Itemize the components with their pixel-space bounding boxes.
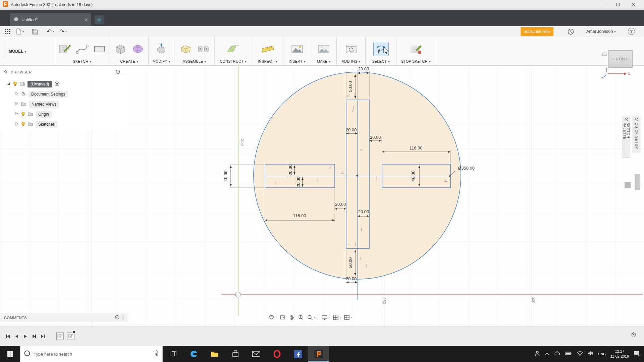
taskbar-clock[interactable]: 12:2711-02-2019 [610, 349, 629, 359]
panel-minimize-icon[interactable] [115, 315, 119, 320]
browser-item-document-settings[interactable]: Document Settings [0, 89, 127, 99]
mail-icon[interactable] [246, 346, 267, 362]
dimension-label[interactable]: 20.00 [288, 165, 293, 176]
press-pull-icon[interactable] [154, 42, 169, 56]
rectangle-tool-icon[interactable] [92, 42, 107, 56]
origin-point[interactable] [235, 292, 241, 297]
timeline-settings-gear-icon[interactable] [631, 331, 637, 339]
maximize-button[interactable] [610, 0, 626, 9]
viewcube[interactable]: FRONT X Z [602, 50, 634, 80]
save-button[interactable] [32, 28, 38, 35]
zoom-window-icon[interactable] [307, 314, 315, 320]
panel-minimize-icon[interactable] [116, 70, 120, 75]
onedrive-cloud-icon[interactable] [554, 351, 560, 357]
dimension-label[interactable]: 116.00 [410, 145, 423, 150]
panel-grip[interactable] [122, 315, 123, 320]
help-button[interactable] [628, 28, 635, 35]
dimension-label[interactable]: 20.00 [346, 276, 357, 281]
make-menu[interactable]: MAKE [317, 59, 331, 63]
pan-hand-icon[interactable] [289, 314, 295, 320]
dimension-label[interactable]: 50.00 [348, 257, 353, 268]
toolbar-grip[interactable] [4, 45, 5, 58]
dimension-label[interactable]: 50.00 [348, 81, 353, 92]
battery-icon[interactable] [565, 351, 572, 357]
timeline-step-back-button[interactable] [12, 332, 21, 341]
select-menu[interactable]: SELECT [372, 59, 390, 63]
addins-menu[interactable]: ADD-INS [342, 59, 360, 63]
timeline-sketch-item[interactable] [56, 333, 64, 340]
opera-browser-icon[interactable] [267, 346, 287, 362]
edge-browser-icon[interactable] [183, 346, 204, 362]
timeline-skip-end-button[interactable] [38, 332, 47, 341]
wifi-icon[interactable] [577, 351, 583, 357]
timeline-sketch-item[interactable] [67, 333, 74, 340]
diameter-dimension-label[interactable]: Ø350.00 [458, 166, 475, 171]
box-tool-icon[interactable] [113, 42, 128, 56]
make-tool-icon[interactable] [316, 42, 331, 56]
modify-menu[interactable]: MODIFY [153, 59, 170, 63]
browser-item-sketches[interactable]: Sketches [0, 119, 127, 129]
new-component-icon[interactable] [178, 42, 194, 56]
search-input[interactable] [34, 352, 151, 357]
sketch-menu[interactable]: SKETCH [73, 59, 91, 63]
dimension-label[interactable]: 116.00 [293, 213, 306, 218]
timeline-skip-start-button[interactable] [3, 332, 12, 341]
viewports-icon[interactable] [344, 314, 352, 320]
facebook-icon[interactable] [287, 346, 308, 362]
panel-resize-handle[interactable] [625, 182, 631, 188]
form-tool-icon[interactable] [130, 42, 146, 56]
stop-sketch-button[interactable]: STOP SKETCH [401, 59, 430, 63]
job-status-clock-icon[interactable] [568, 28, 574, 36]
browser-item-origin[interactable]: Origin [0, 109, 127, 119]
browser-root-row[interactable]: (Unsaved) [0, 79, 127, 89]
grid-settings-icon[interactable] [333, 314, 341, 320]
circle-center-point[interactable] [356, 175, 358, 176]
viewcube-front-face[interactable]: FRONT [608, 50, 633, 68]
insert-menu[interactable]: INSERT [288, 59, 305, 63]
collapse-panel-icon[interactable] [3, 70, 8, 74]
scrollbar-thumb[interactable] [635, 174, 640, 190]
activate-radio-icon[interactable] [55, 81, 59, 87]
hidden-icons-chevron[interactable] [545, 351, 549, 357]
display-settings-icon[interactable] [321, 314, 330, 320]
timeline-step-forward-button[interactable] [30, 332, 38, 341]
expand-caret-icon[interactable] [15, 92, 18, 97]
language-indicator[interactable]: ENG [598, 352, 606, 356]
construction-plane-icon[interactable] [225, 42, 241, 56]
orbit-icon[interactable] [268, 314, 277, 320]
minimize-button[interactable] [595, 0, 610, 9]
spline-tool-icon[interactable] [74, 42, 90, 56]
sketch-palette-tab[interactable]: SKETCH PALETTE [623, 116, 630, 158]
tab-close-icon[interactable] [85, 17, 88, 23]
new-tab-button[interactable] [95, 15, 104, 24]
stop-sketch-icon[interactable] [408, 42, 424, 56]
attached-canvas-icon[interactable] [289, 42, 305, 56]
app-grid-icon[interactable] [5, 28, 11, 35]
addins-icon[interactable] [343, 42, 359, 56]
visibility-bulb-icon[interactable] [21, 112, 25, 117]
browser-item-named-views[interactable]: Named Views [0, 99, 127, 109]
dimension-label[interactable]: 20.00 [335, 202, 346, 207]
create-menu[interactable]: CREATE [120, 59, 138, 63]
task-view-button[interactable] [163, 346, 183, 362]
panel-grip[interactable] [123, 70, 124, 74]
timeline-play-button[interactable] [21, 332, 30, 341]
look-at-icon[interactable] [280, 314, 286, 320]
user-menu[interactable]: Amal Johnson [586, 26, 616, 37]
dimension-label[interactable]: 20.00 [358, 66, 369, 71]
subscribe-now-button[interactable]: Subscribe Now [521, 27, 553, 36]
microphone-icon[interactable] [154, 350, 159, 358]
create-sketch-icon[interactable] [57, 42, 72, 56]
comments-panel[interactable]: COMMENTS [0, 313, 127, 322]
visibility-bulb-icon[interactable] [13, 81, 17, 87]
fusion360-taskbar-icon[interactable] [308, 346, 329, 362]
file-explorer-icon[interactable] [204, 346, 225, 362]
dimension-label[interactable]: 40.00 [223, 171, 228, 182]
home-icon[interactable] [602, 51, 608, 56]
joint-tool-icon[interactable] [196, 42, 211, 56]
dimension-label[interactable]: 20.00 [358, 209, 369, 214]
expand-caret-icon[interactable] [15, 122, 18, 127]
file-menu-button[interactable] [15, 28, 24, 35]
undo-button[interactable]: ↶ [47, 28, 54, 35]
zoom-in-icon[interactable] [298, 314, 304, 320]
